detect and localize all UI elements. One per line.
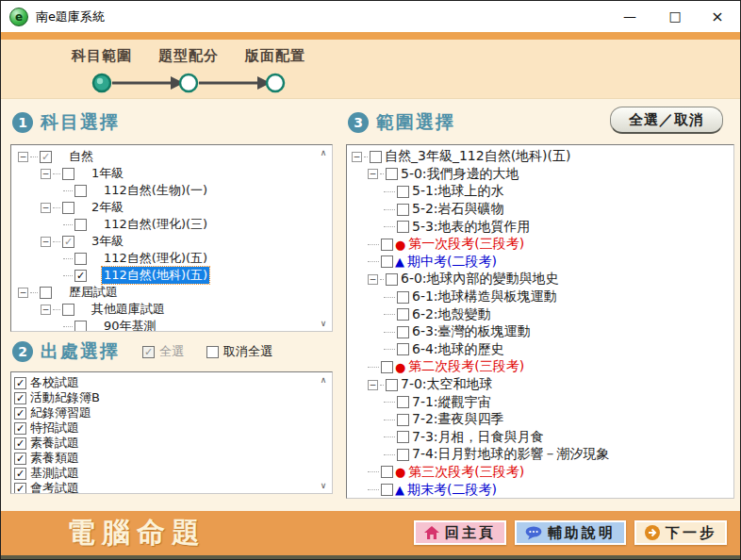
tree-item[interactable]: 112自然(理化)(三) xyxy=(14,216,332,233)
source-list-item[interactable]: 各校試題 xyxy=(14,375,332,390)
tree-item[interactable]: 1年級 xyxy=(14,165,332,182)
tree-item[interactable]: 112自然(地科)(五) xyxy=(14,267,332,284)
help-button[interactable]: 輔助說明 xyxy=(515,520,626,545)
source-list-item[interactable]: 特招試題 xyxy=(14,420,332,436)
tree-item-label[interactable]: 112自然(理化)(三) xyxy=(102,216,209,233)
checkbox[interactable] xyxy=(74,321,87,333)
tree-item-label[interactable]: 5-3:地表的地質作用 xyxy=(410,219,533,236)
scroll-down-arrow[interactable] xyxy=(318,481,329,490)
checkbox[interactable] xyxy=(386,273,398,286)
tree-item[interactable]: 自然 xyxy=(14,148,332,165)
collapse-toggle-icon[interactable] xyxy=(368,169,378,179)
checkbox[interactable] xyxy=(62,236,74,248)
collapse-toggle-icon[interactable] xyxy=(352,152,362,162)
tree-item[interactable]: 112自然(生物)(一) xyxy=(14,182,332,199)
tree-item[interactable]: 112自然(理化)(五) xyxy=(14,250,332,267)
scroll-down-arrow[interactable] xyxy=(318,319,329,328)
scroll-up-arrow[interactable] xyxy=(318,375,329,385)
tree-item-label[interactable]: 90年基測 xyxy=(102,318,158,332)
collapse-toggle-icon[interactable] xyxy=(41,203,51,213)
tree-item-label[interactable]: 112自然(理化)(五) xyxy=(102,250,209,267)
checkbox[interactable] xyxy=(74,270,87,282)
tree-item-label[interactable]: 第一次段考(三段考) xyxy=(406,236,526,253)
tree-item-label[interactable]: 6-1:地球構造與板塊運動 xyxy=(410,288,559,305)
checkbox[interactable] xyxy=(386,379,398,391)
source-list-item[interactable]: 素養類題 xyxy=(14,451,332,466)
collapse-toggle-icon[interactable] xyxy=(18,152,28,162)
tree-item[interactable]: 7-0:太空和地球 xyxy=(350,376,733,394)
select-all-checkbox[interactable] xyxy=(142,346,155,358)
tree-item-label[interactable]: 7-4:日月對地球的影響－潮汐現象 xyxy=(410,446,612,463)
source-list-item[interactable]: 紀錄簿習題 xyxy=(14,405,332,420)
tree-item[interactable]: 90年基測 xyxy=(14,318,332,332)
checkbox[interactable] xyxy=(397,308,409,321)
tree-item-label[interactable]: 自然_3年級_112自然(地科)(五) xyxy=(383,148,572,165)
tree-item-label[interactable]: 期中考(二段考) xyxy=(405,254,499,271)
checkbox[interactable] xyxy=(397,326,409,338)
checkbox[interactable] xyxy=(40,287,52,299)
tree-item-label[interactable]: 7-1:縱觀宇宙 xyxy=(410,394,493,411)
checkbox[interactable] xyxy=(381,255,393,268)
tree-item[interactable]: 5-3:地表的地質作用 xyxy=(350,218,733,236)
checkbox[interactable] xyxy=(381,466,393,478)
tree-item-label[interactable]: 2年級 xyxy=(90,199,125,216)
tree-item-label[interactable]: 其他題庫試題 xyxy=(90,301,167,318)
checkbox[interactable] xyxy=(386,168,398,180)
checkbox[interactable] xyxy=(62,304,74,316)
tree-item[interactable]: 5-2:岩石與礦物 xyxy=(350,201,733,219)
source-list-item[interactable]: 活動紀錄簿B xyxy=(14,390,332,405)
tree-item[interactable]: 6-3:臺灣的板塊運動 xyxy=(350,323,733,341)
collapse-toggle-icon[interactable] xyxy=(368,274,378,285)
checkbox[interactable] xyxy=(397,414,409,426)
tree-item[interactable]: 3年級 xyxy=(14,233,332,250)
tree-item[interactable]: 其他題庫試題 xyxy=(14,301,332,318)
tree-item-label[interactable]: 第三次段考(三段考) xyxy=(406,464,526,481)
checkbox[interactable] xyxy=(40,151,52,163)
tree-item[interactable]: 5-0:我們身邊的大地 xyxy=(350,166,733,184)
tree-item[interactable]: 自然_3年級_112自然(地科)(五) xyxy=(350,148,733,166)
tree-item-label[interactable]: 6-2:地殼變動 xyxy=(410,306,493,323)
tree-item-label[interactable]: 1年級 xyxy=(90,165,125,182)
checkbox[interactable] xyxy=(381,239,393,251)
tree-item-label[interactable]: 期末考(二段考) xyxy=(405,482,499,499)
tree-item-label[interactable]: 6-0:地球內部的變動與地史 xyxy=(399,271,561,288)
checkbox[interactable] xyxy=(397,431,409,443)
tree-item-label[interactable]: 112自然(地科)(五) xyxy=(102,267,209,284)
checkbox[interactable] xyxy=(397,343,409,355)
tree-item-label[interactable]: 7-2:晝夜與四季 xyxy=(410,411,506,428)
tree-item-label[interactable]: 6-4:地球的歷史 xyxy=(410,341,506,358)
checkbox[interactable] xyxy=(397,291,409,304)
checkbox[interactable] xyxy=(74,185,87,197)
tree-item[interactable]: 期中考(二段考) xyxy=(350,254,733,272)
close-button[interactable]: × xyxy=(707,7,728,25)
tree-item[interactable]: 7-3:月相，日食與月食 xyxy=(350,429,733,447)
tree-item[interactable]: 第二次段考(三段考) xyxy=(350,358,733,376)
collapse-toggle-icon[interactable] xyxy=(41,305,51,315)
tree-item[interactable]: 第一次段考(三段考) xyxy=(350,236,733,254)
checkbox[interactable] xyxy=(381,361,393,373)
next-step-button[interactable]: 下一步 xyxy=(634,520,727,545)
tree-item-label[interactable]: 5-2:岩石與礦物 xyxy=(410,201,506,218)
collapse-toggle-icon[interactable] xyxy=(368,380,378,390)
checkbox[interactable] xyxy=(397,221,409,233)
collapse-toggle-icon[interactable] xyxy=(18,288,28,298)
deselect-all-control[interactable]: 取消全選 xyxy=(206,343,272,360)
checkbox[interactable] xyxy=(14,407,26,420)
checkbox[interactable] xyxy=(74,219,87,231)
tree-item-label[interactable]: 自然 xyxy=(67,148,95,165)
checkbox[interactable] xyxy=(14,437,26,450)
tree-item-label[interactable]: 7-0:太空和地球 xyxy=(399,376,495,393)
checkbox[interactable] xyxy=(14,392,26,404)
tree-item-label[interactable]: 7-3:月相，日食與月食 xyxy=(410,429,546,446)
tree-item-label[interactable]: 3年級 xyxy=(90,233,125,250)
collapse-toggle-icon[interactable] xyxy=(41,169,51,179)
checkbox[interactable] xyxy=(62,202,74,214)
select-toggle-all-button[interactable]: 全選／取消 xyxy=(610,107,723,134)
select-all-control[interactable]: 全選 xyxy=(142,343,184,360)
source-list-item[interactable]: 會考試題 xyxy=(14,481,332,494)
tree-item[interactable]: 7-1:縱觀宇宙 xyxy=(350,393,733,411)
checkbox[interactable] xyxy=(14,453,26,465)
checkbox[interactable] xyxy=(370,151,382,163)
checkbox[interactable] xyxy=(397,396,409,408)
checkbox[interactable] xyxy=(14,468,26,480)
